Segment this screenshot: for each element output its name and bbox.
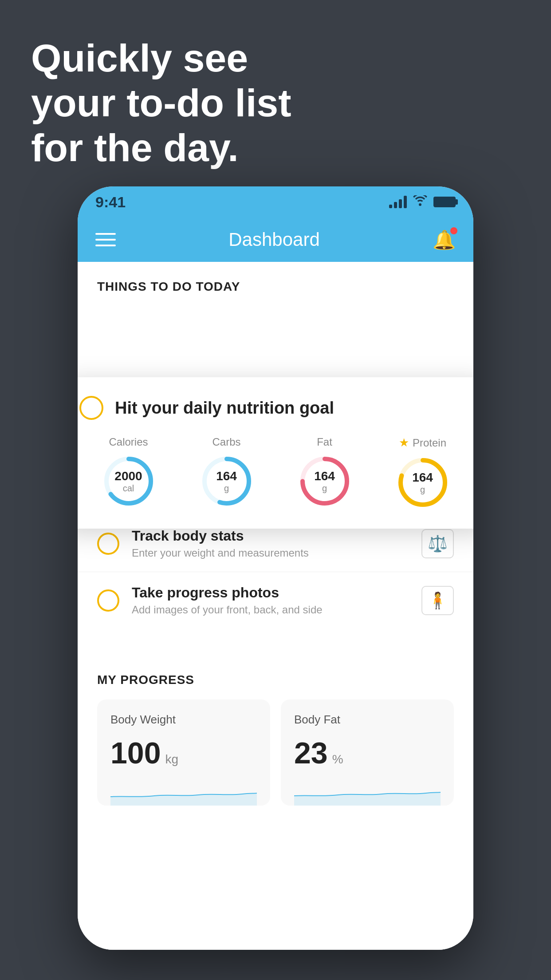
protein-value: 164 g xyxy=(412,471,433,494)
fat-value: 164 g xyxy=(314,470,335,493)
status-bar: 9:41 xyxy=(78,186,473,217)
calories-item: Calories 2000 cal xyxy=(102,436,155,508)
star-icon: ★ xyxy=(399,436,409,450)
fat-ring: 164 g xyxy=(298,454,351,508)
progress-cards: Body Weight 100 kg Body Fat xyxy=(97,699,454,806)
photos-text: Take progress photos Add images of your … xyxy=(132,585,409,616)
status-icons xyxy=(389,195,456,209)
nutrition-row: Calories 2000 cal Carbs xyxy=(79,436,472,509)
card-header: Hit your daily nutrition goal xyxy=(79,396,472,420)
header-title: Dashboard xyxy=(228,229,319,250)
fat-item: Fat 164 g xyxy=(298,436,351,508)
body-fat-value: 23 % xyxy=(294,735,441,770)
body-weight-number: 100 xyxy=(110,735,161,770)
person-icon: 🧍 xyxy=(421,586,454,615)
body-fat-unit: % xyxy=(332,752,343,767)
body-fat-title: Body Fat xyxy=(294,713,441,727)
body-weight-unit: kg xyxy=(165,752,178,767)
card-title: Hit your daily nutrition goal xyxy=(115,399,334,418)
app-content: THINGS TO DO TODAY Hit your daily nutrit… xyxy=(78,262,473,950)
notification-dot xyxy=(450,227,457,234)
things-to-do-title: THINGS TO DO TODAY xyxy=(97,280,454,294)
body-stats-desc: Enter your weight and measurements xyxy=(132,547,409,559)
photos-check xyxy=(97,589,119,612)
app-header: Dashboard 🔔 xyxy=(78,217,473,262)
todo-item-photos[interactable]: Take progress photos Add images of your … xyxy=(78,572,473,628)
photos-desc: Add images of your front, back, and side xyxy=(132,604,409,616)
scale-icon: ⚖️ xyxy=(421,529,454,558)
body-stats-text: Track body stats Enter your weight and m… xyxy=(132,528,409,559)
status-time: 9:41 xyxy=(95,194,126,211)
protein-label: ★ Protein xyxy=(399,436,446,450)
nutrition-card: Hit your daily nutrition goal Calories 2… xyxy=(78,377,473,529)
notification-bell[interactable]: 🔔 xyxy=(433,229,456,251)
calories-ring: 2000 cal xyxy=(102,454,155,508)
phone-mockup: 9:41 Dashboard 🔔 xyxy=(78,186,473,950)
body-fat-number: 23 xyxy=(294,735,328,770)
headline-line3: for the day. xyxy=(31,126,239,170)
body-weight-value: 100 kg xyxy=(110,735,257,770)
menu-button[interactable] xyxy=(95,233,116,246)
headline-line1: Quickly see xyxy=(31,36,248,80)
body-weight-title: Body Weight xyxy=(110,713,257,727)
calories-label: Calories xyxy=(109,436,148,448)
body-stats-name: Track body stats xyxy=(132,528,409,544)
body-weight-card[interactable]: Body Weight 100 kg xyxy=(97,699,270,806)
carbs-value: 164 g xyxy=(216,470,237,493)
carbs-label: Carbs xyxy=(212,436,240,448)
body-fat-card[interactable]: Body Fat 23 % xyxy=(281,699,454,806)
carbs-item: Carbs 164 g xyxy=(200,436,253,508)
my-progress-title: MY PROGRESS xyxy=(97,673,454,687)
wifi-icon xyxy=(413,195,427,209)
headline-line2: your to-do list xyxy=(31,81,291,125)
goal-check-circle[interactable] xyxy=(79,396,103,420)
my-progress-section: MY PROGRESS Body Weight 100 kg xyxy=(78,655,473,806)
things-to-do-section: THINGS TO DO TODAY xyxy=(78,262,473,307)
protein-item: ★ Protein 164 g xyxy=(396,436,449,509)
protein-ring: 164 g xyxy=(396,456,449,509)
photos-name: Take progress photos xyxy=(132,585,409,601)
fat-label: Fat xyxy=(317,436,332,448)
carbs-ring: 164 g xyxy=(200,454,253,508)
signal-icon xyxy=(389,196,407,208)
hero-headline: Quickly see your to-do list for the day. xyxy=(31,36,291,170)
body-stats-check xyxy=(97,533,119,555)
battery-icon xyxy=(433,197,456,207)
body-weight-chart xyxy=(110,779,257,806)
body-fat-chart xyxy=(294,779,441,806)
calories-value: 2000 cal xyxy=(114,470,142,493)
